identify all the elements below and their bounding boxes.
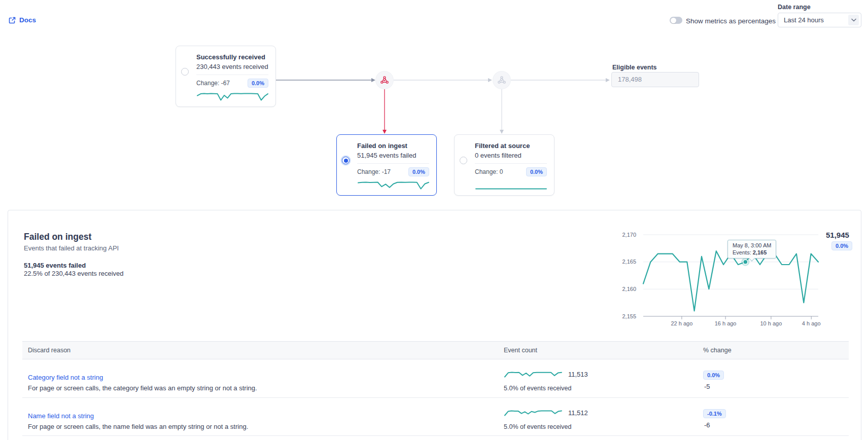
chevron-down-icon <box>848 15 859 25</box>
event-delivery-dashboard: Docs Show metrics as percentages Date ra… <box>0 0 868 440</box>
event-count-share: 5.0% of events received <box>504 423 703 430</box>
card-title: Successfully received <box>196 53 268 61</box>
docs-link-label: Docs <box>19 16 36 24</box>
absolute-change-value: -5 <box>703 383 849 390</box>
docs-link[interactable]: Docs <box>9 16 36 24</box>
percentages-toggle-label[interactable]: Show metrics as percentages <box>686 17 776 25</box>
svg-text:10 h ago: 10 h ago <box>760 320 782 326</box>
panel-stat-secondary: 22.5% of 230,443 events received <box>24 270 124 277</box>
discard-reasons-table: Discard reason Event count % change Cate… <box>22 341 849 436</box>
card-successfully-received[interactable]: Successfully received 230,443 events rec… <box>176 46 276 107</box>
chart-tooltip: May 8, 3:00 AM Events: 2,165 <box>727 240 776 259</box>
source-filter-node <box>493 71 510 89</box>
chart-tooltip-label: Events: <box>733 249 751 255</box>
card-sparkline <box>357 181 430 190</box>
chart-total-badge: 0.0% <box>831 241 852 250</box>
card-sparkline <box>475 181 547 190</box>
radio-filtered-at-source[interactable] <box>460 157 467 164</box>
validation-failed-icon <box>380 76 389 85</box>
col-event-count: Event count <box>504 347 703 354</box>
date-range-select[interactable]: Last 24 hours <box>778 13 861 27</box>
card-failed-on-ingest[interactable]: Failed on ingest 51,945 events failed Ch… <box>336 134 437 196</box>
absolute-change-value: -6 <box>703 421 849 429</box>
table-row: Name field not a string For page or scre… <box>22 398 849 436</box>
svg-text:16 h ago: 16 h ago <box>715 320 737 326</box>
eligible-events-label: Eligible events <box>612 64 657 71</box>
discard-reason-link[interactable]: Name field not a string <box>28 412 94 420</box>
chart-tooltip-date: May 8, 3:00 AM <box>733 242 771 249</box>
col-discard-reason: Discard reason <box>22 347 504 354</box>
discard-reason-description: For page or screen calls, the category f… <box>28 384 504 392</box>
event-count-value: 11,513 <box>568 371 588 378</box>
eligible-events-value: 178,498 <box>611 72 699 87</box>
row-sparkline <box>504 410 563 417</box>
card-title: Failed on ingest <box>357 142 429 150</box>
percentages-toggle[interactable] <box>670 17 682 24</box>
chart-total-value: 51,945 <box>826 231 849 239</box>
svg-text:2,170: 2,170 <box>622 232 636 238</box>
card-change-badge: 0.0% <box>248 79 268 88</box>
card-divider <box>196 75 268 75</box>
row-sparkline <box>504 371 563 378</box>
col-percent-change: % change <box>703 347 849 354</box>
svg-text:2,155: 2,155 <box>622 313 636 319</box>
discard-reason-link[interactable]: Category field not a string <box>28 374 103 381</box>
card-change-badge: 0.0% <box>408 167 429 176</box>
failed-on-ingest-panel: Failed on ingest Events that failed at t… <box>8 210 861 440</box>
date-range-value: Last 24 hours <box>784 16 824 24</box>
validation-idle-icon <box>497 76 506 85</box>
card-filtered-at-source[interactable]: Filtered at source 0 events filtered Cha… <box>454 134 554 196</box>
panel-title: Failed on ingest <box>24 232 91 242</box>
external-link-icon <box>9 17 16 24</box>
table-row: Category field not a string For page or … <box>22 359 849 398</box>
card-change-label: Change: -17 <box>357 168 391 175</box>
ingest-validation-node <box>376 71 393 89</box>
card-divider <box>475 163 547 164</box>
event-count-share: 5.0% of events received <box>504 385 703 392</box>
panel-subtitle: Events that failed at tracking API <box>24 244 119 252</box>
card-change-label: Change: 0 <box>475 168 503 175</box>
svg-text:22 h ago: 22 h ago <box>671 320 692 326</box>
radio-successfully-received[interactable] <box>181 68 189 76</box>
svg-text:2,160: 2,160 <box>622 286 636 292</box>
svg-text:4 h ago: 4 h ago <box>802 320 821 326</box>
card-subtitle: 230,443 events received <box>196 63 268 70</box>
event-count-value: 11,512 <box>568 409 588 417</box>
chart-tooltip-value: 2,165 <box>753 249 767 255</box>
table-header: Discard reason Event count % change <box>22 341 849 359</box>
percent-change-badge: -0.1% <box>703 409 726 418</box>
card-change-badge: 0.0% <box>526 167 547 176</box>
radio-failed-on-ingest[interactable] <box>342 157 350 164</box>
card-change-label: Change: -67 <box>196 80 230 87</box>
card-title: Filtered at source <box>475 142 547 150</box>
card-sparkline <box>196 92 269 101</box>
svg-text:2,165: 2,165 <box>622 259 636 265</box>
card-subtitle: 0 events filtered <box>475 152 547 159</box>
card-divider <box>357 163 429 164</box>
date-range-label: Date range <box>778 4 811 11</box>
discard-reason-description: For page or screen calls, the name field… <box>28 423 504 430</box>
card-subtitle: 51,945 events failed <box>357 152 429 159</box>
panel-stat-primary: 51,945 events failed <box>24 262 86 269</box>
percent-change-badge: 0.0% <box>703 371 724 380</box>
